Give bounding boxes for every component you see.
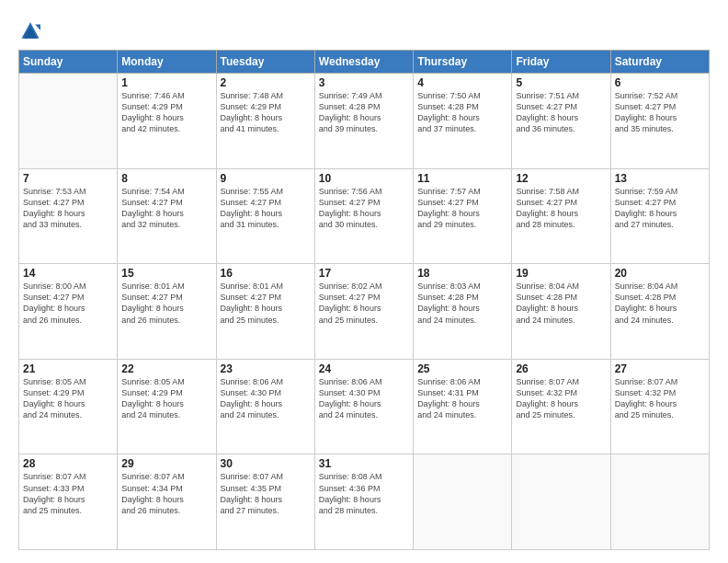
calendar-cell: 30Sunrise: 8:07 AM Sunset: 4:35 PM Dayli… bbox=[216, 454, 314, 550]
day-number: 16 bbox=[221, 267, 311, 280]
day-info: Sunrise: 7:51 AM Sunset: 4:27 PM Dayligh… bbox=[516, 90, 606, 135]
weekday-header-friday: Friday bbox=[512, 51, 610, 74]
day-info: Sunrise: 7:48 AM Sunset: 4:29 PM Dayligh… bbox=[221, 90, 311, 135]
calendar-week-5: 28Sunrise: 8:07 AM Sunset: 4:33 PM Dayli… bbox=[19, 454, 710, 550]
logo bbox=[18, 20, 44, 44]
day-info: Sunrise: 7:46 AM Sunset: 4:29 PM Dayligh… bbox=[121, 90, 211, 135]
calendar-cell: 15Sunrise: 8:01 AM Sunset: 4:27 PM Dayli… bbox=[118, 264, 216, 360]
calendar-week-2: 7Sunrise: 7:53 AM Sunset: 4:27 PM Daylig… bbox=[19, 168, 710, 264]
calendar-cell: 13Sunrise: 7:59 AM Sunset: 4:27 PM Dayli… bbox=[610, 168, 709, 264]
calendar-cell: 25Sunrise: 8:06 AM Sunset: 4:31 PM Dayli… bbox=[414, 359, 512, 454]
day-number: 12 bbox=[516, 172, 606, 185]
calendar-week-3: 14Sunrise: 8:00 AM Sunset: 4:27 PM Dayli… bbox=[19, 264, 710, 360]
calendar-cell: 12Sunrise: 7:58 AM Sunset: 4:27 PM Dayli… bbox=[512, 168, 610, 264]
day-number: 29 bbox=[121, 457, 211, 470]
day-info: Sunrise: 7:57 AM Sunset: 4:27 PM Dayligh… bbox=[417, 186, 507, 231]
day-number: 18 bbox=[417, 267, 507, 280]
day-number: 22 bbox=[121, 362, 211, 375]
day-info: Sunrise: 8:05 AM Sunset: 4:29 PM Dayligh… bbox=[121, 376, 211, 421]
calendar-cell: 9Sunrise: 7:55 AM Sunset: 4:27 PM Daylig… bbox=[216, 168, 314, 264]
calendar-page: SundayMondayTuesdayWednesdayThursdayFrid… bbox=[0, 0, 728, 563]
day-number: 14 bbox=[23, 267, 113, 280]
day-number: 9 bbox=[221, 172, 311, 185]
logo-icon bbox=[20, 20, 40, 40]
day-info: Sunrise: 8:01 AM Sunset: 4:27 PM Dayligh… bbox=[221, 281, 311, 326]
calendar-cell: 14Sunrise: 8:00 AM Sunset: 4:27 PM Dayli… bbox=[19, 264, 118, 360]
calendar-cell: 23Sunrise: 8:06 AM Sunset: 4:30 PM Dayli… bbox=[216, 359, 314, 454]
calendar-cell: 16Sunrise: 8:01 AM Sunset: 4:27 PM Dayli… bbox=[216, 264, 314, 360]
day-number: 23 bbox=[221, 362, 311, 375]
weekday-header-tuesday: Tuesday bbox=[216, 51, 314, 74]
day-info: Sunrise: 7:56 AM Sunset: 4:27 PM Dayligh… bbox=[319, 186, 409, 231]
calendar-cell: 8Sunrise: 7:54 AM Sunset: 4:27 PM Daylig… bbox=[118, 168, 216, 264]
day-info: Sunrise: 8:04 AM Sunset: 4:28 PM Dayligh… bbox=[516, 281, 606, 326]
day-number: 25 bbox=[417, 362, 507, 375]
day-number: 8 bbox=[121, 172, 211, 185]
calendar-table: SundayMondayTuesdayWednesdayThursdayFrid… bbox=[18, 50, 710, 550]
day-info: Sunrise: 8:07 AM Sunset: 4:34 PM Dayligh… bbox=[121, 471, 211, 516]
header bbox=[18, 17, 710, 44]
day-number: 27 bbox=[615, 362, 705, 375]
calendar-cell: 4Sunrise: 7:50 AM Sunset: 4:28 PM Daylig… bbox=[414, 74, 512, 169]
calendar-cell: 11Sunrise: 7:57 AM Sunset: 4:27 PM Dayli… bbox=[414, 168, 512, 264]
calendar-cell bbox=[19, 74, 118, 169]
calendar-cell: 1Sunrise: 7:46 AM Sunset: 4:29 PM Daylig… bbox=[118, 74, 216, 169]
day-info: Sunrise: 8:04 AM Sunset: 4:28 PM Dayligh… bbox=[615, 281, 705, 326]
calendar-cell: 24Sunrise: 8:06 AM Sunset: 4:30 PM Dayli… bbox=[314, 359, 413, 454]
day-number: 31 bbox=[319, 457, 409, 470]
day-number: 17 bbox=[319, 267, 409, 280]
day-info: Sunrise: 7:50 AM Sunset: 4:28 PM Dayligh… bbox=[417, 90, 507, 135]
day-number: 5 bbox=[516, 76, 606, 89]
day-number: 1 bbox=[121, 76, 211, 89]
calendar-week-1: 1Sunrise: 7:46 AM Sunset: 4:29 PM Daylig… bbox=[19, 74, 710, 169]
calendar-cell: 18Sunrise: 8:03 AM Sunset: 4:28 PM Dayli… bbox=[414, 264, 512, 360]
calendar-cell: 6Sunrise: 7:52 AM Sunset: 4:27 PM Daylig… bbox=[610, 74, 709, 169]
day-info: Sunrise: 8:05 AM Sunset: 4:29 PM Dayligh… bbox=[23, 376, 113, 421]
calendar-cell bbox=[610, 454, 709, 550]
day-number: 20 bbox=[615, 267, 705, 280]
weekday-header-wednesday: Wednesday bbox=[314, 51, 413, 74]
day-number: 30 bbox=[221, 457, 311, 470]
day-info: Sunrise: 8:07 AM Sunset: 4:35 PM Dayligh… bbox=[221, 471, 311, 516]
day-info: Sunrise: 8:06 AM Sunset: 4:31 PM Dayligh… bbox=[417, 376, 507, 421]
day-number: 15 bbox=[121, 267, 211, 280]
day-info: Sunrise: 8:06 AM Sunset: 4:30 PM Dayligh… bbox=[221, 376, 311, 421]
calendar-cell: 31Sunrise: 8:08 AM Sunset: 4:36 PM Dayli… bbox=[314, 454, 413, 550]
day-info: Sunrise: 8:01 AM Sunset: 4:27 PM Dayligh… bbox=[121, 281, 211, 326]
day-info: Sunrise: 7:59 AM Sunset: 4:27 PM Dayligh… bbox=[615, 186, 705, 231]
day-info: Sunrise: 8:07 AM Sunset: 4:32 PM Dayligh… bbox=[516, 376, 606, 421]
calendar-cell: 29Sunrise: 8:07 AM Sunset: 4:34 PM Dayli… bbox=[118, 454, 216, 550]
calendar-cell: 26Sunrise: 8:07 AM Sunset: 4:32 PM Dayli… bbox=[512, 359, 610, 454]
day-number: 7 bbox=[23, 172, 113, 185]
day-info: Sunrise: 8:00 AM Sunset: 4:27 PM Dayligh… bbox=[23, 281, 113, 326]
day-info: Sunrise: 7:53 AM Sunset: 4:27 PM Dayligh… bbox=[23, 186, 113, 231]
calendar-cell bbox=[414, 454, 512, 550]
day-number: 4 bbox=[417, 76, 507, 89]
calendar-cell: 21Sunrise: 8:05 AM Sunset: 4:29 PM Dayli… bbox=[19, 359, 118, 454]
day-info: Sunrise: 7:54 AM Sunset: 4:27 PM Dayligh… bbox=[121, 186, 211, 231]
svg-marker-2 bbox=[35, 24, 40, 30]
calendar-cell: 17Sunrise: 8:02 AM Sunset: 4:27 PM Dayli… bbox=[314, 264, 413, 360]
calendar-cell: 2Sunrise: 7:48 AM Sunset: 4:29 PM Daylig… bbox=[216, 74, 314, 169]
weekday-header-monday: Monday bbox=[118, 51, 216, 74]
day-number: 21 bbox=[23, 362, 113, 375]
weekday-header-sunday: Sunday bbox=[19, 51, 118, 74]
day-info: Sunrise: 7:58 AM Sunset: 4:27 PM Dayligh… bbox=[516, 186, 606, 231]
calendar-cell: 22Sunrise: 8:05 AM Sunset: 4:29 PM Dayli… bbox=[118, 359, 216, 454]
calendar-cell: 27Sunrise: 8:07 AM Sunset: 4:32 PM Dayli… bbox=[610, 359, 709, 454]
calendar-cell: 19Sunrise: 8:04 AM Sunset: 4:28 PM Dayli… bbox=[512, 264, 610, 360]
day-number: 13 bbox=[615, 172, 705, 185]
calendar-week-4: 21Sunrise: 8:05 AM Sunset: 4:29 PM Dayli… bbox=[19, 359, 710, 454]
weekday-header-thursday: Thursday bbox=[414, 51, 512, 74]
day-number: 11 bbox=[417, 172, 507, 185]
day-info: Sunrise: 7:55 AM Sunset: 4:27 PM Dayligh… bbox=[221, 186, 311, 231]
day-info: Sunrise: 8:07 AM Sunset: 4:33 PM Dayligh… bbox=[23, 471, 113, 516]
day-number: 19 bbox=[516, 267, 606, 280]
calendar-cell: 7Sunrise: 7:53 AM Sunset: 4:27 PM Daylig… bbox=[19, 168, 118, 264]
day-info: Sunrise: 8:03 AM Sunset: 4:28 PM Dayligh… bbox=[417, 281, 507, 326]
calendar-cell: 3Sunrise: 7:49 AM Sunset: 4:28 PM Daylig… bbox=[314, 74, 413, 169]
day-number: 10 bbox=[319, 172, 409, 185]
weekday-header-saturday: Saturday bbox=[610, 51, 709, 74]
day-number: 6 bbox=[615, 76, 705, 89]
calendar-cell: 5Sunrise: 7:51 AM Sunset: 4:27 PM Daylig… bbox=[512, 74, 610, 169]
